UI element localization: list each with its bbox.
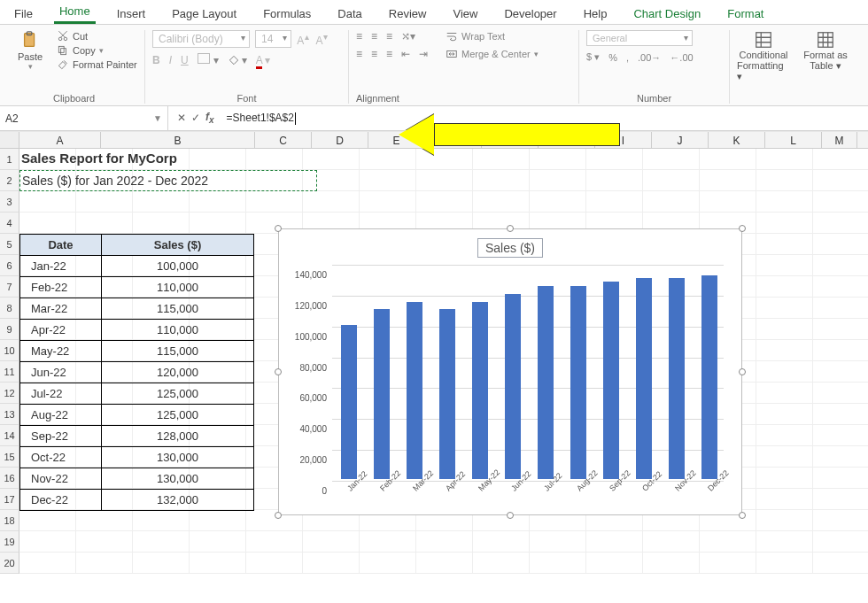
conditional-formatting-button[interactable]: Conditional Formatting ▾ xyxy=(737,30,790,82)
decrease-decimal-icon[interactable]: ←.00 xyxy=(670,52,693,63)
resize-handle-s[interactable] xyxy=(507,512,514,519)
resize-handle-sw[interactable] xyxy=(275,512,282,519)
increase-font-icon[interactable]: A▴ xyxy=(297,32,310,47)
row-header[interactable]: 1 xyxy=(0,149,19,170)
tab-file[interactable]: File xyxy=(9,5,38,24)
cell-date[interactable]: Oct-22 xyxy=(20,447,102,468)
tab-view[interactable]: View xyxy=(447,5,483,24)
row-header[interactable]: 12 xyxy=(0,383,19,404)
chart-object[interactable]: Sales ($) 020,00040,00060,00080,000100,0… xyxy=(278,228,742,515)
cell-date[interactable]: Mar-22 xyxy=(20,298,102,320)
format-as-table-button[interactable]: Format as Table ▾ xyxy=(799,30,852,82)
header-date[interactable]: Date xyxy=(20,235,102,256)
row-header[interactable]: 15 xyxy=(0,446,19,468)
chart-bar[interactable] xyxy=(407,302,422,479)
formula-input[interactable]: =Sheet1!$A$2 xyxy=(223,112,299,125)
cells-grid[interactable]: Sales Report for MyCorp Sales ($) for Ja… xyxy=(19,149,868,574)
row-header[interactable]: 7 xyxy=(0,276,19,298)
border-button[interactable]: ▾ xyxy=(198,53,219,66)
row-header[interactable]: 9 xyxy=(0,319,19,340)
chart-bar[interactable] xyxy=(570,286,586,479)
select-all-corner[interactable] xyxy=(0,132,19,148)
cell-a2-selected[interactable]: Sales ($) for Jan 2022 - Dec 2022 xyxy=(19,170,317,191)
cell-date[interactable]: May-22 xyxy=(20,341,102,362)
align-center-icon[interactable]: ≡ xyxy=(371,48,377,60)
resize-handle-ne[interactable] xyxy=(739,225,746,232)
col-header-h[interactable]: H xyxy=(539,132,595,148)
cell-sales[interactable]: 128,000 xyxy=(102,426,254,447)
bold-button[interactable]: B xyxy=(152,54,160,66)
comma-format-icon[interactable]: , xyxy=(626,52,629,63)
cell-sales[interactable]: 130,000 xyxy=(102,447,254,468)
col-header-j[interactable]: J xyxy=(652,132,709,148)
cell-sales[interactable]: 115,000 xyxy=(102,298,254,320)
tab-home[interactable]: Home xyxy=(54,3,96,24)
row-header[interactable]: 2 xyxy=(0,170,19,191)
row-header[interactable]: 13 xyxy=(0,404,19,425)
tab-insert[interactable]: Insert xyxy=(112,5,151,24)
chart-bar[interactable] xyxy=(505,294,521,479)
chart-title[interactable]: Sales ($) xyxy=(477,238,543,258)
chart-bar[interactable] xyxy=(341,325,357,479)
indent-decrease-icon[interactable]: ⇤ xyxy=(401,48,410,60)
fill-color-button[interactable]: ▾ xyxy=(228,54,247,66)
chart-bar[interactable] xyxy=(636,278,652,479)
chart-plot-area[interactable]: 020,00040,00060,00080,000100,000120,0001… xyxy=(332,265,724,479)
row-header[interactable]: 19 xyxy=(0,531,19,553)
cell-date[interactable]: Apr-22 xyxy=(20,320,102,341)
cell-sales[interactable]: 120,000 xyxy=(102,362,254,383)
align-right-icon[interactable]: ≡ xyxy=(386,48,392,60)
font-size-select[interactable]: 14 xyxy=(255,30,291,48)
font-name-select[interactable]: Calibri (Body) xyxy=(152,30,250,48)
tab-page-layout[interactable]: Page Layout xyxy=(167,5,242,24)
accept-formula-icon[interactable]: ✓ xyxy=(191,112,200,124)
chart-bar[interactable] xyxy=(538,286,554,479)
cell-sales[interactable]: 100,000 xyxy=(102,256,254,277)
row-header[interactable]: 6 xyxy=(0,255,19,276)
row-header[interactable]: 3 xyxy=(0,191,19,213)
cell-date[interactable]: Nov-22 xyxy=(20,468,102,490)
cell-date[interactable]: Sep-22 xyxy=(20,426,102,447)
cell-sales[interactable]: 132,000 xyxy=(102,490,254,511)
copy-button[interactable]: Copy ▾ xyxy=(57,44,137,57)
row-header[interactable]: 20 xyxy=(0,553,19,574)
cell-date[interactable]: Jan-22 xyxy=(20,256,102,277)
col-header-b[interactable]: B xyxy=(101,132,255,148)
format-painter-button[interactable]: Format Painter xyxy=(57,58,137,71)
number-format-select[interactable]: General xyxy=(586,30,693,46)
align-middle-icon[interactable]: ≡ xyxy=(371,30,377,43)
insert-function-icon[interactable]: fx xyxy=(205,111,214,125)
col-header-f[interactable]: F xyxy=(425,132,482,148)
increase-decimal-icon[interactable]: .00→ xyxy=(638,52,661,63)
col-header-i[interactable]: I xyxy=(595,132,652,148)
accounting-format-icon[interactable]: $ ▾ xyxy=(586,51,600,63)
percent-format-icon[interactable]: % xyxy=(608,52,617,63)
chart-bar[interactable] xyxy=(603,282,619,479)
wrap-text-button[interactable]: Wrap Text xyxy=(446,30,539,43)
resize-handle-nw[interactable] xyxy=(275,225,282,232)
cut-button[interactable]: Cut xyxy=(57,30,137,43)
tab-formulas[interactable]: Formulas xyxy=(258,5,316,24)
tab-developer[interactable]: Developer xyxy=(499,5,562,24)
indent-increase-icon[interactable]: ⇥ xyxy=(419,48,428,60)
cell-a1[interactable]: Sales Report for MyCorp xyxy=(21,151,177,166)
col-header-c[interactable]: C xyxy=(255,132,312,148)
chart-bar[interactable] xyxy=(472,302,488,479)
name-box[interactable]: A2 ▼ xyxy=(0,106,168,130)
col-header-a[interactable]: A xyxy=(19,132,101,148)
resize-handle-w[interactable] xyxy=(275,368,282,375)
align-left-icon[interactable]: ≡ xyxy=(356,48,362,60)
paste-button[interactable]: Paste ▾ xyxy=(11,30,50,71)
italic-button[interactable]: I xyxy=(169,54,172,66)
row-header[interactable]: 5 xyxy=(0,234,19,255)
cell-date[interactable]: Aug-22 xyxy=(20,405,102,426)
resize-handle-se[interactable] xyxy=(739,512,746,519)
chart-bar[interactable] xyxy=(439,309,455,479)
align-bottom-icon[interactable]: ≡ xyxy=(386,30,392,43)
chart-bar[interactable] xyxy=(374,309,390,479)
row-header[interactable]: 4 xyxy=(0,213,19,234)
merge-center-button[interactable]: Merge & Center ▾ xyxy=(446,48,539,60)
tab-data[interactable]: Data xyxy=(332,5,367,24)
cell-sales[interactable]: 125,000 xyxy=(102,383,254,405)
chart-bar[interactable] xyxy=(669,278,685,479)
